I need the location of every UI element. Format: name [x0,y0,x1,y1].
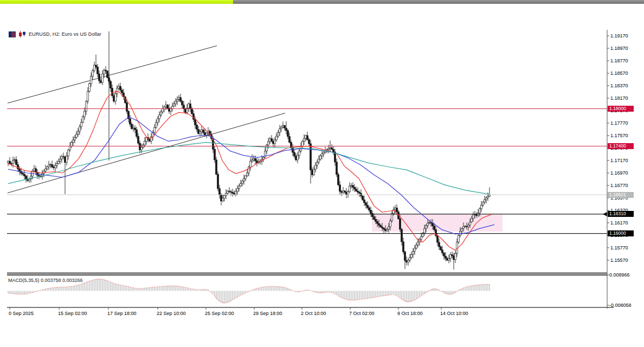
candlestick [216,160,217,174]
candlestick [190,104,191,108]
candlestick [115,94,117,101]
candlestick [352,185,354,187]
candlestick [281,127,282,128]
price-tick-label: 1.18570 [610,70,628,76]
candlestick [97,67,99,74]
price-tick-label: 1.17170 [610,158,628,163]
candlestick [16,159,17,164]
candlestick [84,111,86,117]
candlestick [134,128,136,130]
candlestick [226,193,227,195]
candlestick [112,88,113,96]
candlestick [149,139,151,141]
candlestick [328,149,330,150]
price-tick-label: 1.16170 [610,220,628,226]
candlestick [182,101,183,105]
candlestick [469,222,471,225]
candlestick [278,132,279,136]
candlestick [276,136,278,140]
price-level-badge: 1.18000 [608,106,634,112]
candlestick [245,176,247,178]
candlestick [351,185,352,186]
candlestick [489,195,491,196]
candlestick [430,223,432,223]
price-tick-label: 1.15570 [610,258,628,263]
candlestick [359,192,360,194]
candlestick [99,74,100,81]
candlestick [138,137,139,143]
candlestick [255,159,256,161]
candlestick [253,159,255,160]
price-level-badge: 1.16310 [608,211,634,217]
time-tick-label: 17 Sep 18:00 [107,311,137,316]
candlestick [395,208,396,209]
price-tick-label: 1.15770 [610,245,628,250]
candlestick [417,242,419,245]
candlestick [185,109,186,113]
candlestick [221,195,222,201]
candlestick [243,178,245,181]
candlestick [141,147,143,150]
candlestick [302,141,304,146]
candlestick [450,255,452,259]
candlestick [159,115,160,119]
symbol-title: EURUSD, H2: Euro vs US Dollar [29,31,101,37]
candlestick [286,128,287,131]
candlestick [343,191,344,192]
candlestick [481,205,482,209]
chart-canvas[interactable] [0,0,644,347]
time-tick-label: 22 Sep 10:00 [157,311,186,316]
price-level-badge: 1.17400 [608,143,634,149]
candlestick [448,259,450,260]
candlestick [229,191,230,191]
candlestick [19,169,21,171]
candlestick [69,146,71,150]
candlestick [191,109,193,114]
candlestick [466,227,468,227]
candlestick [388,227,390,229]
candlestick [321,154,323,156]
candlestick [429,223,430,223]
price-tick-label: 1.18770 [610,58,628,63]
pane-separator[interactable] [7,272,607,275]
candlestick [370,210,372,214]
candlestick [279,128,281,132]
candlestick [219,189,221,195]
candlestick [294,152,295,156]
candlestick [60,159,61,161]
price-pointer-arrow [603,212,607,216]
candlestick [92,70,94,76]
candlestick [35,169,37,172]
candlestick [308,139,310,143]
candlestick [170,109,172,112]
candlestick [173,104,175,106]
candlestick [271,139,273,142]
candlestick [87,91,89,101]
price-tick-label: 1.16770 [610,183,628,188]
candlestick [199,132,201,133]
price-tick-label: 1.18970 [610,46,628,51]
candlestick [63,157,65,157]
candlestick [473,215,474,219]
macd-tick-label: 0.008966 [609,272,630,278]
price-tick-label: 1.18370 [610,83,628,88]
candlestick [297,156,299,160]
candlestick [156,123,157,127]
candlestick [458,235,460,242]
candlestick [365,203,367,205]
candlestick [58,162,60,164]
candlestick [237,189,239,191]
candlestick [336,162,338,175]
candlestick [318,159,320,162]
candles-group [8,55,491,270]
candlestick [154,127,156,132]
candlestick [274,140,276,144]
price-tick-label: 1.16970 [610,170,628,176]
candlestick [73,140,74,143]
candlestick [482,202,484,205]
candlestick [378,223,380,225]
candlestick [339,185,341,191]
candlestick [414,248,416,252]
candlestick [445,256,447,258]
candlestick [320,156,321,159]
